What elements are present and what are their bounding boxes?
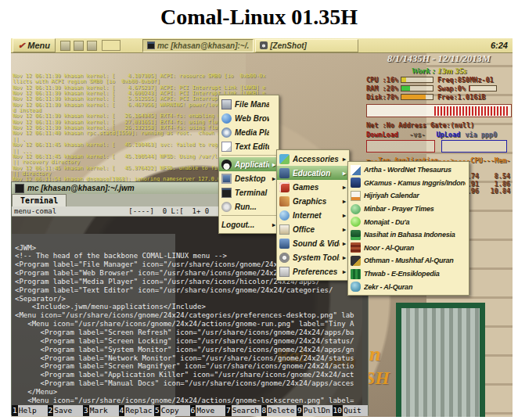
conky-freq: Freq:850MHz-01	[437, 76, 494, 84]
function-key-button[interactable]: 8 Delete	[261, 405, 297, 416]
function-key-button[interactable]: 3 Mark	[83, 405, 119, 416]
menu-item[interactable]: Internet ▸	[277, 208, 349, 222]
gkamus-icon	[351, 178, 361, 188]
submenu-arrow-icon: ▸	[272, 221, 275, 228]
menu-item[interactable]: Text Editor ▸	[219, 139, 279, 153]
conky-disk-label: Disk:78%	[366, 93, 401, 101]
menu-item[interactable]: Zekr - Al-Quran	[348, 280, 469, 293]
submenu-arrow-icon: ▸	[343, 184, 346, 191]
function-key-button[interactable]: 9 PullDn	[297, 405, 333, 416]
function-key-button[interactable]: 4 Replac	[119, 405, 155, 416]
task-buttons: mc [khasan@khasan]:~/. [ZenShot]	[142, 39, 358, 52]
tray-app-icon[interactable]	[74, 41, 84, 51]
conky-net-line: Net :No Address Gate:(null)	[366, 121, 512, 129]
task-button[interactable]: mc [khasan@khasan]:~/.	[142, 39, 254, 52]
conky-swap-label: Swap:0%	[437, 84, 466, 92]
menu-item[interactable]: Thwab - E-Ensiklopedia	[348, 267, 469, 281]
menu-item[interactable]: Applications ▸	[219, 157, 279, 171]
menu-item[interactable]: Preferences ▸	[277, 264, 349, 278]
menu-item[interactable]: Desktop ▸	[219, 171, 279, 185]
education-submenu: Artha - WordNet Thesaurus GKamus - Kamus…	[347, 161, 469, 296]
terminal-icon	[147, 41, 155, 49]
submenu-arrow-icon: ▸	[343, 170, 346, 177]
media-player-icon	[221, 127, 232, 138]
menu-item[interactable]: Media Player ▸	[219, 125, 279, 139]
hijriyah-icon	[351, 191, 361, 201]
tray-app-icon[interactable]	[87, 41, 97, 51]
submenu-arrow-icon: ▸	[272, 161, 275, 168]
function-key-button[interactable]: 10 Quit	[333, 405, 369, 416]
sound-video-icon	[279, 239, 290, 249]
function-key-button[interactable]: 2 Save	[48, 405, 84, 416]
menu-separator	[221, 215, 276, 216]
tray-app-icon[interactable]	[60, 41, 70, 51]
conky-uptime: Work : 13m 35s	[366, 66, 512, 75]
function-key-button[interactable]: 5 Copy	[154, 405, 190, 416]
tab-terminal[interactable]: Terminal	[12, 194, 67, 206]
menu-item[interactable]: Monajat - Du'a	[348, 215, 469, 228]
screenshot-page: Comal-Linux 01.35H Bab ash n SH Nov 12 0…	[0, 0, 518, 420]
conky-uptime-value: 13m 35s	[437, 66, 467, 75]
submenu-arrow-icon: ▸	[343, 240, 346, 247]
terminal-icon	[15, 184, 24, 193]
download-label: DownLoad	[366, 131, 398, 138]
menu-item[interactable]: Education ▸	[277, 166, 349, 180]
menu-item[interactable]: Terminal ▸	[219, 185, 279, 199]
cpu-bar	[401, 77, 433, 83]
submenu-arrow-icon: ▸	[343, 268, 346, 275]
function-key-button[interactable]: 7 Search	[225, 405, 261, 416]
conky-date: 8/1/1435H - 12/11/2013M	[366, 53, 512, 65]
menu-item[interactable]: Minbar - Prayer Times	[348, 203, 469, 216]
menu-button-label: Menu	[27, 41, 50, 50]
applications-icon	[221, 160, 232, 170]
mc-code-line: <Program label="Screen Magnifyer" icon="…	[15, 362, 354, 371]
desktop-icon	[221, 174, 232, 184]
artha-icon	[351, 165, 361, 175]
ram-bar	[401, 85, 433, 92]
menu-item[interactable]: Games ▸	[277, 180, 349, 194]
mc-code-line: <Menu icon="/usr/share/icons/gnome/24x24…	[15, 311, 354, 320]
taskbar-clock: 6:24	[491, 41, 508, 50]
menu-item[interactable]: Noor - Al-Quran	[348, 242, 469, 255]
conky-uptime-label: Work :	[411, 66, 435, 75]
pen-icon: ✔	[18, 41, 25, 50]
conky-ram-row: RAM :28% Swap:0%	[366, 84, 512, 92]
submenu-arrow-icon: ▸	[343, 198, 346, 205]
conky-cpu-label: CPU :16%	[366, 76, 401, 84]
menu-item[interactable]: Nasihat in Bahasa Indonesia	[348, 228, 469, 242]
conky-updown-line: DownLoad -vs- UpLoad via ppp0	[366, 131, 512, 138]
conky-cpu-row: CPU :16% Freq:850MHz-01	[366, 76, 512, 84]
accessories-icon	[279, 154, 290, 164]
desktop-pager[interactable]	[102, 40, 121, 51]
submenu-arrow-icon: ▸	[343, 254, 346, 261]
minbar-icon	[351, 204, 361, 214]
web-browser-icon	[221, 113, 232, 124]
menu-item[interactable]: Graphics ▸	[277, 194, 349, 208]
menu-item-logout[interactable]: Logout... ▸	[219, 217, 279, 232]
education-icon	[279, 168, 290, 178]
submenu-arrow-icon: ▸	[343, 212, 346, 219]
function-key-button[interactable]: 6 Move	[190, 405, 226, 416]
menu-item[interactable]: Run... ▸	[219, 199, 279, 214]
task-button[interactable]: [ZenShot]	[255, 39, 358, 52]
menu-button[interactable]: ✔ Menu	[13, 38, 56, 52]
menu-item[interactable]: Hijriyah Calendar	[348, 189, 469, 203]
menu-item[interactable]: Office ▸	[277, 222, 349, 236]
menu-item[interactable]: Accessories ▸	[277, 152, 349, 166]
menu-item[interactable]: Othman - Mushhaf Al-Quran	[348, 254, 469, 267]
upload-label: UpLoad	[436, 131, 460, 138]
mc-code-line: <Program label="Application Killer" icon…	[15, 371, 354, 379]
menu-item[interactable]: System Tools ▸	[277, 250, 349, 264]
conky-disk-row: Disk:78% Free:1.01GiB	[366, 93, 512, 101]
applications-submenu: Accessories ▸ Education ▸ Games ▸ Graphi…	[276, 149, 350, 281]
menu-item[interactable]: Web Browser ▸	[219, 111, 279, 125]
menu-item[interactable]: File Manager ▸	[219, 97, 279, 111]
monajat-icon	[351, 217, 361, 227]
swap-bar	[469, 85, 497, 92]
menu-item[interactable]: GKamus - Kamus Inggris/Indonesia	[348, 177, 469, 190]
conky-net-graphs	[366, 140, 512, 153]
menu-item[interactable]: Artha - WordNet Thesaurus	[348, 163, 469, 177]
menu-item[interactable]: Sound & Video ▸	[277, 236, 349, 250]
mc-code-line: <Separator/>	[15, 295, 354, 303]
function-key-button[interactable]: 1 Help	[12, 405, 48, 416]
